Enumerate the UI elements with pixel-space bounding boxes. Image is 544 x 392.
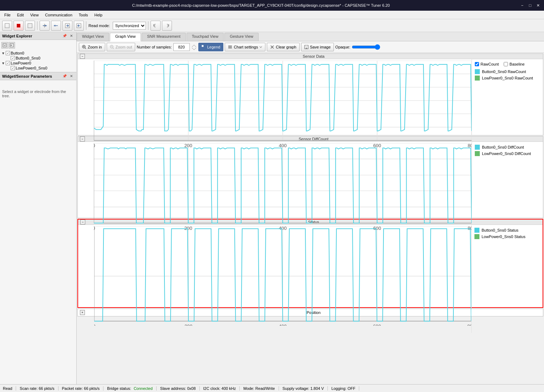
stop-button[interactable]	[14, 21, 24, 31]
sensor-data-collapse[interactable]: −	[80, 54, 85, 59]
tb-btn-3[interactable]	[25, 21, 35, 31]
widget-sensor-params-header: Widget/Sensor Parameters 📌 ✕	[0, 72, 76, 80]
svg-rect-12	[228, 48, 232, 48]
widget-tree: ▼ Button0 Button0_Sns0 ▼ LowPower0	[0, 40, 76, 72]
close-button[interactable]: ✕	[535, 2, 541, 9]
tb-btn-export[interactable]	[62, 21, 72, 31]
menu-view[interactable]: View	[27, 12, 42, 18]
tb-btn-1[interactable]	[2, 21, 12, 31]
sensor-diffcount-chart-svg: 1250 1000 750 500 250 0 0 200 400 600 80…	[94, 143, 472, 236]
maximize-button[interactable]: □	[527, 2, 533, 9]
legend-button[interactable]: Legend	[198, 43, 224, 51]
tab-bar: Widget View Graph View SNR Measurement T…	[77, 32, 544, 41]
tree-item-lowpower0-sns0[interactable]: LowPower0_Sns0	[6, 66, 76, 71]
save-image-button[interactable]: Save image	[301, 43, 334, 51]
content-panel: Widget View Graph View SNR Measurement T…	[77, 32, 544, 384]
opacity-slider[interactable]	[352, 44, 380, 50]
menu-communication[interactable]: Communication	[42, 12, 75, 18]
tb-btn-5[interactable]	[51, 21, 61, 31]
chart-settings-button[interactable]: Chart settings	[225, 43, 265, 51]
status-io-mode: Mode: Read/Write	[240, 386, 279, 391]
checkbox-button0-sns0[interactable]	[11, 56, 15, 60]
legend-lowpower0-status: LowPower0_Sns0 Status	[474, 234, 540, 239]
params-close[interactable]: ✕	[68, 73, 74, 79]
tb-btn-import[interactable]	[74, 21, 84, 31]
status-i2c: I2C clock: 400 kHz	[200, 386, 240, 391]
widget-explorer: Widget Explorer 📌 ✕	[0, 32, 76, 72]
label-lowpower0: LowPower0	[11, 61, 31, 65]
left-panel: Widget Explorer 📌 ✕	[0, 32, 77, 384]
status-scan-rate: Scan rate: 66 pkts/s	[16, 386, 58, 391]
zoom-in-button[interactable]: Zoom in	[79, 43, 105, 51]
sensor-params-hint: Select a widget or electrode from the tr…	[2, 89, 74, 98]
samples-label: Number of samples:	[137, 45, 172, 49]
menu-file[interactable]: File	[1, 12, 14, 18]
legend-rawcount-checkbox[interactable]	[475, 62, 479, 66]
status-panel: − Status	[77, 219, 543, 308]
svg-rect-14	[305, 45, 307, 47]
widget-sensor-params-title: Widget/Sensor Parameters	[2, 74, 52, 78]
tab-widget-view[interactable]: Widget View	[77, 33, 109, 41]
sensor-params-content: Select a widget or electrode from the tr…	[0, 80, 76, 384]
tree-item-button0-sns0[interactable]: Button0_Sns0	[6, 56, 76, 61]
menu-help[interactable]: Help	[91, 12, 105, 18]
menu-edit[interactable]: Edit	[14, 12, 27, 18]
status-packet-rate: Packet rate: 66 pkts/s	[59, 386, 104, 391]
tab-touchpad-view[interactable]: Touchpad View	[187, 33, 224, 41]
legend-baseline-checkbox[interactable]	[504, 62, 508, 66]
sensor-data-chart-svg: 11000 10750 10500 10250 10000 9750 9500 …	[94, 61, 472, 153]
sensor-data-panel: − Sensor Data	[77, 53, 543, 135]
checkbox-button0[interactable]	[6, 51, 10, 55]
undo-button[interactable]	[151, 21, 161, 31]
legend-label-button0-rawcount: Button0_Sns0 RawCount	[482, 69, 526, 74]
params-pin[interactable]: 📌	[62, 73, 67, 79]
minimize-button[interactable]: −	[519, 2, 525, 9]
zoom-out-label: Zoom out	[116, 45, 132, 49]
clear-graph-button[interactable]: Clear graph	[267, 43, 299, 51]
widget-explorer-header: Widget Explorer 📌 ✕	[0, 32, 76, 40]
toolbar: Read mode: Synchronized Manual Continuou…	[0, 19, 544, 32]
legend-lowpower0-rawcount: LowPower0_Sns0 RawCount	[475, 76, 540, 81]
svg-rect-5	[3, 43, 6, 47]
expand-icon-lowpower0: ▼	[1, 61, 5, 65]
tb-btn-4[interactable]	[40, 21, 50, 31]
widget-explorer-close[interactable]: ✕	[68, 33, 74, 39]
chart-settings-icon	[228, 45, 232, 49]
tree-item-lowpower0[interactable]: ▼ LowPower0	[1, 61, 76, 66]
widget-sensor-params: Widget/Sensor Parameters 📌 ✕ Select a wi…	[0, 72, 76, 384]
save-image-label: Save image	[310, 45, 331, 49]
legend-color-lowpower0	[475, 76, 480, 81]
read-mode-select[interactable]: Synchronized Manual Continuous	[113, 22, 146, 30]
samples-spinner-icon	[191, 44, 197, 50]
legend-color-button0	[475, 69, 480, 74]
redo-button[interactable]	[162, 21, 172, 31]
zoom-out-button[interactable]: Zoom out	[107, 43, 135, 51]
tab-gesture-view[interactable]: Gesture View	[224, 33, 259, 41]
checkbox-lowpower0[interactable]	[6, 61, 10, 65]
lowpower0-children: LowPower0_Sns0	[1, 66, 76, 71]
samples-input[interactable]	[173, 43, 190, 51]
legend-icon	[202, 45, 206, 49]
widget-explorer-pin[interactable]: 📌	[62, 33, 67, 39]
label-lowpower0-sns0: LowPower0_Sns0	[16, 66, 47, 70]
menu-bar: File Edit View Communication Tools Help	[0, 11, 544, 19]
legend-lowpower0-diffcount: LowPower0_Sns0 DiffCount	[475, 151, 540, 156]
menu-tools[interactable]: Tools	[76, 12, 91, 18]
tree-tb-2[interactable]	[9, 42, 15, 48]
tab-graph-view[interactable]: Graph View	[110, 33, 141, 41]
tree-tb-1[interactable]	[1, 42, 8, 48]
label-button0: Button0	[11, 51, 24, 55]
zoom-out-icon	[110, 45, 114, 49]
expand-icon-button0: ▼	[1, 51, 5, 55]
widget-explorer-title: Widget Explorer	[2, 34, 32, 38]
title-bar: C:/mtw/mtb-example-psoc4-msclp-capsense-…	[0, 0, 544, 11]
status-voltage: Supply voltage: 1.804 V	[279, 386, 328, 391]
svg-rect-0	[5, 24, 9, 28]
sensor-data-header: − Sensor Data	[78, 54, 543, 59]
save-image-icon	[304, 45, 309, 49]
checkbox-lowpower0-sns0[interactable]	[11, 66, 15, 70]
tab-snr-measurement[interactable]: SNR Measurement	[142, 33, 186, 41]
tree-item-button0[interactable]: ▼ Button0	[1, 51, 76, 56]
status-slave: Slave address: 0x08	[157, 386, 200, 391]
legend-label-lowpower0-diffcount: LowPower0_Sns0 DiffCount	[482, 151, 531, 156]
